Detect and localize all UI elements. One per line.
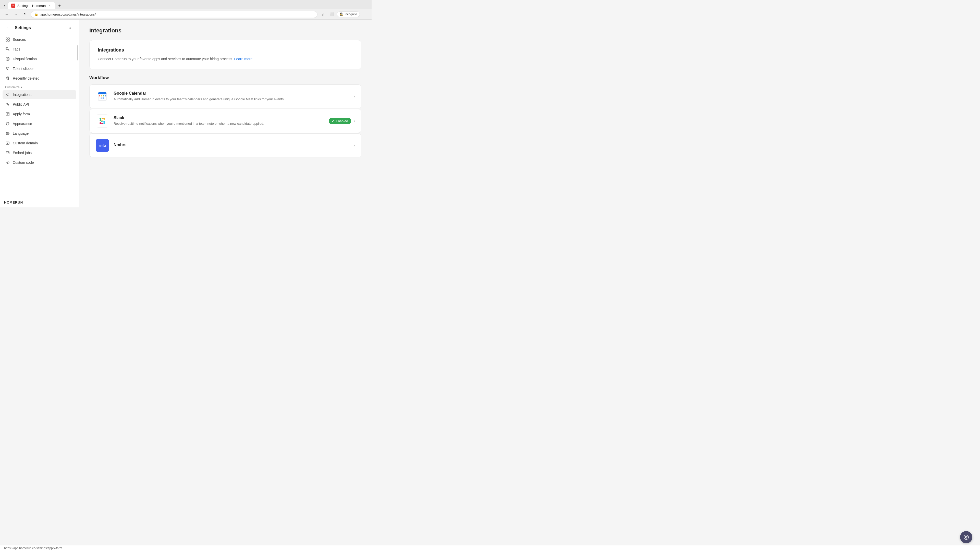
sidebar-back-button[interactable]: ← (5, 24, 12, 32)
sidebar-item-recently-deleted[interactable]: Recently deleted (3, 74, 76, 83)
tab-bar: ▾ H Settings · Homerun × + (0, 0, 372, 9)
svg-rect-30 (102, 118, 103, 119)
bookmark-button[interactable]: ☆ (320, 11, 327, 18)
google-calendar-name: Google Calendar (114, 91, 349, 96)
sidebar-item-public-api[interactable]: Public API (3, 100, 76, 109)
sidebar-item-custom-code[interactable]: Custom code (3, 158, 76, 167)
learn-more-link[interactable]: Learn more (234, 57, 253, 61)
slack-enabled-label: Enabled (336, 119, 348, 123)
forward-button[interactable]: → (12, 11, 19, 18)
globe-icon (5, 131, 10, 136)
sidebar-item-disqualification[interactable]: Disqualification (3, 54, 76, 64)
tab-close-button[interactable]: × (48, 3, 52, 8)
sidebar-item-custom-code-label: Custom code (13, 160, 34, 165)
tab-favicon: H (11, 3, 15, 8)
info-card: Integrations Connect Homerun to your fav… (89, 40, 361, 69)
sidebar-item-apply-form[interactable]: Apply form (3, 110, 76, 119)
sidebar-nav: Sources Tags (0, 35, 79, 197)
trash-icon (5, 76, 10, 81)
svg-rect-0 (6, 38, 7, 39)
sidebar-item-recently-deleted-label: Recently deleted (13, 76, 39, 80)
active-tab[interactable]: H Settings · Homerun × (8, 2, 55, 9)
page-title: Integrations (89, 27, 361, 34)
sidebar-item-appearance-label: Appearance (13, 122, 32, 126)
svg-text:nmbr: nmbr (99, 144, 107, 148)
sidebar-item-integrations-label: Integrations (13, 93, 32, 97)
svg-point-5 (6, 48, 7, 48)
svg-rect-28 (100, 120, 101, 121)
address-bar[interactable]: 🔒 app.homerun.co/settings/integrations/ (30, 11, 318, 18)
info-card-heading: Integrations (98, 48, 353, 53)
sidebar-item-tags[interactable]: Tags (3, 44, 76, 54)
svg-rect-24 (103, 95, 104, 97)
sidebar-item-language-label: Language (13, 131, 29, 135)
slack-card[interactable]: Slack Receive realtime notifications whe… (89, 109, 361, 133)
svg-point-12 (7, 123, 8, 123)
slack-icon (96, 114, 109, 127)
svg-rect-2 (6, 40, 7, 41)
svg-rect-23 (101, 95, 102, 97)
svg-rect-37 (101, 121, 102, 122)
embed-icon (5, 150, 10, 156)
sidebar: ← Settings « Sources (0, 20, 79, 207)
back-button[interactable]: ← (3, 11, 10, 18)
google-calendar-icon: 31 (96, 90, 109, 103)
sidebar-title-area: ← Settings (5, 24, 31, 32)
workflow-title: Workflow (89, 75, 361, 80)
nmbrs-name: Nmbrs (114, 143, 349, 147)
new-tab-button[interactable]: + (56, 2, 63, 9)
palette-icon (5, 121, 10, 126)
browser-chrome: ▾ H Settings · Homerun × + ← → ↻ 🔒 app.h… (0, 0, 372, 20)
info-card-description: Connect Homerun to your favorite apps an… (98, 56, 353, 62)
customize-section-label: Customize ▾ (3, 83, 76, 90)
refresh-button[interactable]: ↻ (21, 11, 29, 18)
address-url: app.homerun.co/settings/integrations/ (40, 13, 313, 16)
check-icon: ✓ (332, 119, 334, 123)
tag-icon (5, 47, 10, 52)
sidebar-item-talent-clipper[interactable]: Talent clipper (3, 64, 76, 73)
sidebar-item-integrations[interactable]: Integrations (3, 90, 76, 99)
domain-icon (5, 141, 10, 146)
incognito-button[interactable]: 🕵️ Incognito (337, 11, 360, 17)
svg-rect-32 (101, 123, 103, 124)
tab-list-button[interactable]: ▾ (2, 3, 7, 8)
sidebar-item-sources[interactable]: Sources (3, 35, 76, 44)
cancel-icon (5, 56, 10, 62)
lock-icon: 🔒 (35, 13, 38, 16)
split-view-button[interactable]: ⬜ (328, 11, 335, 18)
svg-rect-27 (100, 118, 101, 120)
sidebar-item-embed-jobs-label: Embed jobs (13, 151, 32, 155)
customize-chevron-icon: ▾ (21, 86, 22, 89)
form-icon (5, 111, 10, 117)
svg-rect-29 (103, 118, 105, 120)
sidebar-item-custom-domain[interactable]: Custom domain (3, 138, 76, 148)
nmbrs-card[interactable]: nmbr Nmbrs › (89, 133, 361, 157)
sidebar-scrollbar[interactable] (77, 45, 78, 60)
more-button[interactable]: ⋮ (361, 11, 369, 18)
tab-title: Settings · Homerun (18, 4, 46, 8)
sidebar-collapse-button[interactable]: « (67, 24, 74, 32)
code-icon (5, 160, 10, 165)
google-calendar-info: Google Calendar Automatically add Homeru… (114, 91, 349, 102)
sidebar-footer: HOMERUN (0, 197, 79, 207)
svg-rect-36 (101, 120, 102, 121)
google-calendar-card[interactable]: 31 Google Calendar Automatically add Hom… (89, 84, 361, 108)
sidebar-item-appearance[interactable]: Appearance (3, 119, 76, 128)
grid-icon (5, 37, 10, 42)
sidebar-item-embed-jobs[interactable]: Embed jobs (3, 148, 76, 157)
sidebar-item-language[interactable]: Language (3, 129, 76, 138)
google-calendar-chevron-icon: › (354, 94, 355, 99)
sidebar-item-custom-domain-label: Custom domain (13, 141, 38, 145)
slack-enabled-badge: ✓ Enabled (329, 118, 351, 124)
google-calendar-actions: › (354, 94, 355, 99)
incognito-label: Incognito (345, 13, 357, 16)
slack-name: Slack (114, 116, 324, 120)
sidebar-item-disqualification-label: Disqualification (13, 57, 37, 61)
svg-text:31: 31 (100, 96, 104, 100)
homerun-logo: HOMERUN (4, 200, 23, 204)
nav-actions: ☆ ⬜ 🕵️ Incognito ⋮ (320, 11, 369, 18)
nmbrs-icon: nmbr (96, 139, 109, 152)
api-icon (5, 102, 10, 107)
nmbrs-info: Nmbrs (114, 143, 349, 148)
slack-info: Slack Receive realtime notifications whe… (114, 116, 324, 126)
